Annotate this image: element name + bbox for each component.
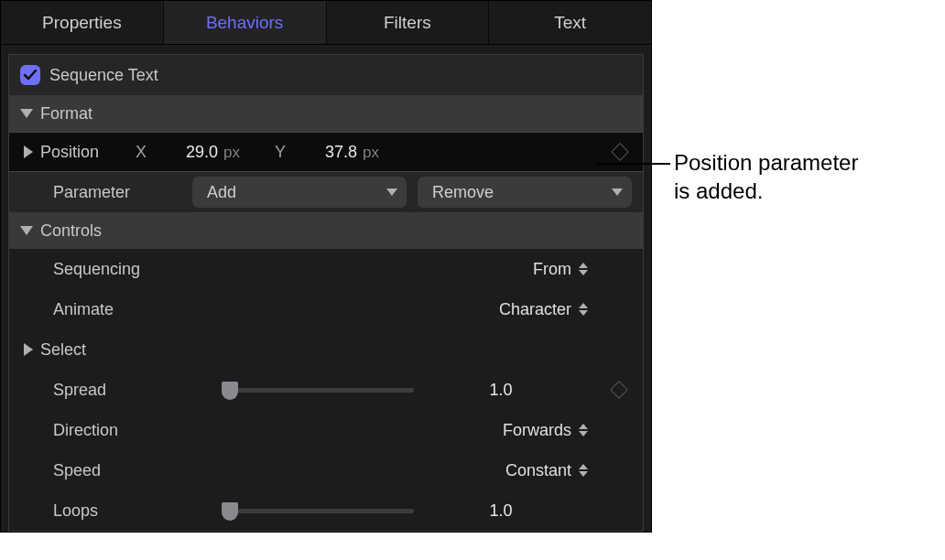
row-parameter: Parameter Add Remove xyxy=(9,172,643,212)
row-position: Position X 29.0 px Y 37.8 px xyxy=(9,132,643,172)
spread-value[interactable]: 1.0 xyxy=(414,381,588,400)
callout-text-2: is added. xyxy=(674,178,763,203)
slider-thumb-icon[interactable] xyxy=(222,502,238,521)
speed-label: Speed xyxy=(20,461,212,480)
row-animate: Animate Character xyxy=(9,289,643,329)
check-icon xyxy=(23,68,38,82)
keyframe-icon[interactable] xyxy=(610,381,628,399)
parameter-remove-select[interactable]: Remove xyxy=(418,177,632,208)
animate-label: Animate xyxy=(20,300,212,319)
section-controls[interactable]: Controls xyxy=(9,212,643,249)
tab-text[interactable]: Text xyxy=(489,1,651,44)
chevron-down-icon xyxy=(386,188,397,196)
inspector-body: Sequence Text Format Position X 29.0 px … xyxy=(8,54,644,532)
inspector-panel: Properties Behaviors Filters Text Sequen… xyxy=(0,0,652,533)
loops-label: Loops xyxy=(20,501,212,521)
parameter-remove-label: Remove xyxy=(432,183,494,202)
direction-label: Direction xyxy=(20,421,212,440)
behavior-title: Sequence Text xyxy=(49,66,158,85)
disclosure-down-icon xyxy=(20,109,33,118)
row-sequencing: Sequencing From xyxy=(9,249,643,289)
spread-label: Spread xyxy=(20,381,212,400)
parameter-add-select[interactable]: Add xyxy=(192,177,407,208)
updown-icon xyxy=(579,263,588,275)
updown-icon xyxy=(579,424,588,436)
row-spread: Spread 1.0 xyxy=(9,370,643,410)
keyframe-icon[interactable] xyxy=(611,143,629,161)
speed-value: Constant xyxy=(505,461,571,480)
disclosure-right-icon[interactable] xyxy=(24,145,33,158)
section-format-label: Format xyxy=(40,104,92,124)
behavior-header: Sequence Text xyxy=(9,55,643,95)
callout-text-1: Position parameter xyxy=(674,150,858,175)
tabs: Properties Behaviors Filters Text xyxy=(1,1,651,45)
callout-annotation: Position parameter is added. xyxy=(652,0,858,205)
animate-value: Character xyxy=(499,300,571,319)
parameter-label: Parameter xyxy=(20,183,130,202)
parameter-add-label: Add xyxy=(207,183,236,202)
position-x-unit: px xyxy=(223,144,240,162)
sequencing-value: From xyxy=(533,260,571,279)
section-controls-label: Controls xyxy=(40,221,102,241)
tab-filters[interactable]: Filters xyxy=(327,1,490,44)
row-direction: Direction Forwards xyxy=(9,410,643,450)
sequencing-popup[interactable]: From xyxy=(533,260,588,279)
position-y-unit: px xyxy=(363,144,379,162)
chevron-down-icon xyxy=(612,188,623,196)
position-y-label: Y xyxy=(275,143,286,162)
updown-icon xyxy=(579,303,588,316)
section-format[interactable]: Format xyxy=(9,95,643,132)
row-select[interactable]: Select xyxy=(9,329,643,370)
enable-checkbox[interactable] xyxy=(20,65,40,85)
position-label: Position xyxy=(40,143,99,162)
updown-icon xyxy=(579,464,588,477)
tab-properties[interactable]: Properties xyxy=(1,1,164,44)
select-label: Select xyxy=(40,340,86,360)
row-speed: Speed Constant xyxy=(9,450,643,490)
loops-value[interactable]: 1.0 xyxy=(414,501,588,521)
position-y-value[interactable]: 37.8 xyxy=(302,143,357,162)
callout-line xyxy=(597,163,670,165)
disclosure-right-icon xyxy=(24,343,33,356)
disclosure-down-icon xyxy=(20,226,33,235)
slider-thumb-icon[interactable] xyxy=(222,382,238,400)
loops-slider[interactable] xyxy=(222,509,414,513)
position-x-label: X xyxy=(136,143,147,162)
direction-value: Forwards xyxy=(503,421,571,440)
row-loops: Loops 1.0 xyxy=(9,490,643,531)
animate-popup[interactable]: Character xyxy=(499,300,588,319)
tab-behaviors[interactable]: Behaviors xyxy=(164,1,327,44)
spread-slider[interactable] xyxy=(222,388,414,393)
position-x-value[interactable]: 29.0 xyxy=(163,143,218,162)
speed-popup[interactable]: Constant xyxy=(505,461,588,480)
direction-popup[interactable]: Forwards xyxy=(503,421,588,440)
sequencing-label: Sequencing xyxy=(20,260,212,279)
